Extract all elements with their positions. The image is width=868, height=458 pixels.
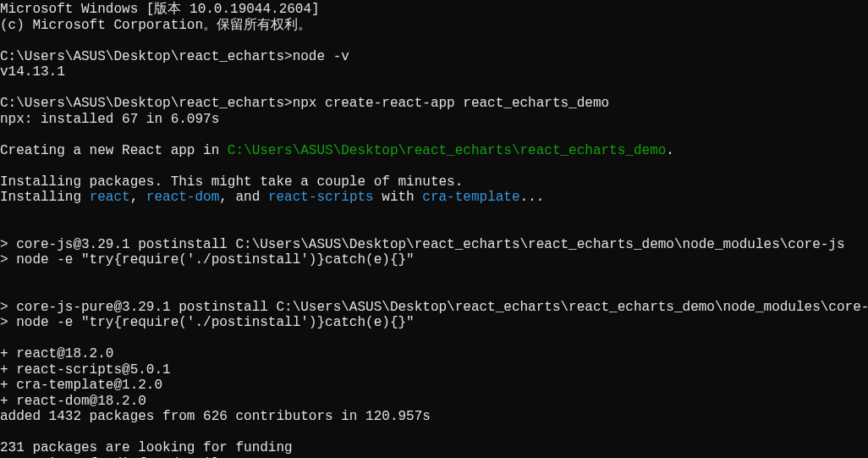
terminal-output[interactable]: Microsoft Windows [版本 10.0.19044.2604] (… (0, 0, 868, 458)
command-npx-cra: npx create-react-app react_echarts_demo (293, 96, 609, 111)
installing-prefix: Installing (0, 190, 90, 205)
added-pkg-cra-template: + cra-template@1.2.0 (0, 378, 162, 393)
added-pkg-react: + react@18.2.0 (0, 346, 113, 361)
banner-line-2: (c) Microsoft Corporation。保留所有权利。 (0, 18, 311, 33)
corejs-cmd: > node -e "try{require('./postinstall')}… (0, 252, 415, 268)
creating-path: C:\Users\ASUS\Desktop\react_echarts\reac… (228, 143, 666, 158)
corejs-pure-postinstall: > core-js-pure@3.29.1 postinstall C:\Use… (0, 300, 868, 315)
prompt: C:\Users\ASUS\Desktop\react_echarts> (0, 49, 293, 64)
pkg-react-dom: react-dom (146, 190, 219, 205)
pkg-react-scripts: react-scripts (268, 190, 374, 205)
npx-installed: npx: installed 67 in 6.097s (0, 112, 219, 127)
added-summary: added 1432 packages from 626 contributor… (0, 409, 431, 424)
period: . (666, 143, 674, 158)
command-node-v: node -v (293, 49, 349, 64)
banner-line-1: Microsoft Windows [版本 10.0.19044.2604] (0, 2, 320, 17)
corejs-postinstall: > core-js@3.29.1 postinstall C:\Users\AS… (0, 237, 845, 252)
installing-packages: Installing packages. This might take a c… (0, 174, 463, 190)
added-pkg-react-scripts: + react-scripts@5.0.1 (0, 362, 171, 378)
node-version: v14.13.1 (0, 64, 65, 80)
cra-template: cra-template (422, 190, 519, 205)
creating-prefix: Creating a new React app in (0, 143, 228, 158)
pkg-react: react (90, 190, 130, 205)
prompt: C:\Users\ASUS\Desktop\react_echarts> (0, 96, 293, 111)
corejs-pure-cmd: > node -e "try{require('./postinstall')}… (0, 315, 415, 330)
added-pkg-react-dom: + react-dom@18.2.0 (0, 394, 146, 409)
funding-line-1: 231 packages are looking for funding (0, 440, 293, 455)
